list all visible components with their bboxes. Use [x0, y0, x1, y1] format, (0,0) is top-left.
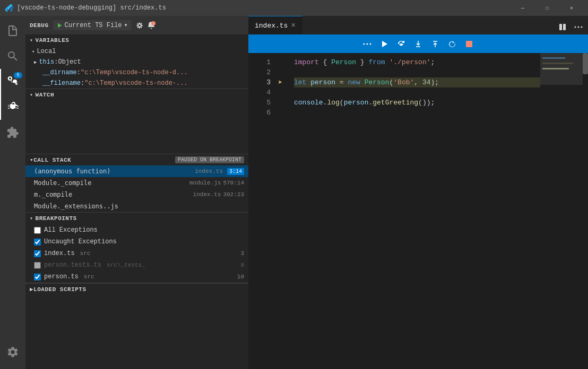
editor-tab-index-ts[interactable]: index.ts × — [248, 16, 302, 34]
ls-chevron: ▶ — [30, 286, 33, 293]
more-actions-button[interactable] — [571, 20, 586, 34]
code-area: 1 2 3 4 5 6 ➤ — [248, 53, 588, 369]
bp-label-index: index.ts — [44, 250, 75, 257]
paused-label: PAUSED ON BREAKPOINT — [175, 156, 244, 163]
svg-point-3 — [575, 27, 576, 28]
bp-count-person-ts: 10 — [237, 274, 244, 280]
call-stack-chevron: ▾ — [30, 156, 33, 163]
bp-checkbox-person-tests[interactable] — [34, 262, 41, 269]
bp-count-index: 3 — [240, 250, 244, 257]
gutter-4 — [275, 87, 286, 98]
breakpoints-panel: ▾ BREAKPOINTS All Exceptions Uncaught Ex… — [25, 212, 248, 283]
variables-chevron: ▾ — [30, 37, 33, 43]
scm-badge: 5 — [14, 72, 22, 78]
app-icon — [4, 3, 14, 13]
watch-header[interactable]: ▾ WATCH — [25, 89, 248, 101]
debug-restart-button[interactable] — [445, 37, 460, 51]
gutter-6 — [275, 108, 286, 118]
bp-checkbox-person-ts[interactable] — [34, 274, 41, 280]
line-num-5: 5 — [248, 98, 271, 108]
split-editor-button[interactable] — [555, 20, 570, 34]
right-scrollbar[interactable] — [583, 53, 588, 369]
debug-continue-button[interactable] — [377, 37, 392, 51]
line-num-6: 6 — [248, 108, 271, 118]
watch-empty — [25, 101, 248, 154]
bp-label-person-tests: person.tests.ts — [44, 261, 101, 269]
bp-label-person-ts: person.ts — [44, 273, 79, 280]
code-line-4 — [294, 87, 540, 98]
run-icon — [56, 22, 63, 29]
variables-title: VARIABLES — [36, 37, 70, 43]
watch-chevron: ▾ — [30, 92, 33, 98]
debug-toolbar: DEBUG Current TS File ▾ — [25, 16, 248, 34]
breakpoint-index-ts[interactable]: index.ts src 3 — [25, 248, 248, 259]
call-stack-item-1[interactable]: Module._compile module.js 570:14 — [25, 177, 248, 189]
activity-extensions[interactable] — [0, 120, 25, 145]
debug-step-over-button[interactable] — [394, 37, 409, 51]
maximize-button[interactable]: ☐ — [535, 0, 559, 16]
variable-this[interactable]: ▶ this : Object — [25, 57, 248, 67]
breakpoints-title: BREAKPOINTS — [36, 215, 77, 222]
variables-header[interactable]: ▾ VARIABLES — [25, 34, 248, 46]
activity-search[interactable] — [0, 43, 25, 69]
loaded-scripts-header[interactable]: ▶ LOADED SCRIPTS — [25, 283, 248, 295]
breakpoint-all-exceptions[interactable]: All Exceptions — [25, 224, 248, 236]
debug-step-out-button[interactable] — [428, 37, 443, 51]
svg-point-6 — [364, 43, 365, 45]
close-button[interactable]: ✕ — [559, 0, 584, 16]
code-line-2 — [294, 67, 540, 77]
chevron-down-icon: ▾ — [124, 21, 128, 29]
svg-rect-10 — [466, 41, 472, 47]
code-line-1: import { Person } from './person'; — [294, 57, 540, 67]
call-stack-item-2[interactable]: m._compile index.ts 392:23 — [25, 189, 248, 200]
activity-settings[interactable] — [0, 339, 25, 365]
bp-checkbox-index[interactable] — [34, 250, 41, 257]
breakpoint-person-tests[interactable]: person.tests.ts src\_tests_ 8 — [25, 259, 248, 271]
bp-checkbox-all[interactable] — [34, 227, 41, 234]
breakpoint-person-ts[interactable]: person.ts src 10 — [25, 271, 248, 283]
tab-close-icon[interactable]: × — [291, 21, 295, 30]
local-scope-header[interactable]: ▾ Local — [25, 46, 248, 57]
bp-checkbox-uncaught[interactable] — [34, 239, 41, 245]
scrollbar-thumb[interactable] — [583, 53, 588, 74]
sidebar: DEBUG Current TS File ▾ ▾ VARIABLES — [25, 16, 248, 369]
call-stack-header[interactable]: ▾ CALL STACK PAUSED ON BREAKPOINT — [25, 154, 248, 165]
variable-dirname[interactable]: __dirname : "c:\Temp\vscode-ts-node-d... — [25, 67, 248, 78]
svg-marker-9 — [382, 41, 387, 47]
debug-stop-button[interactable] — [462, 37, 477, 51]
gutter-2 — [275, 67, 286, 77]
call-stack-panel: ▾ CALL STACK PAUSED ON BREAKPOINT (anony… — [25, 154, 248, 212]
debug-step-into-button[interactable] — [411, 37, 426, 51]
svg-point-4 — [578, 27, 580, 28]
call-stack-item-3[interactable]: Module._extensions..js — [25, 200, 248, 212]
debug-config-name: Current TS File — [65, 22, 122, 29]
call-stack-item-0[interactable]: (anonymous function) index.ts 3:14 — [25, 165, 248, 177]
debug-arrow-icon: ➤ — [278, 78, 282, 87]
local-scope-label: Local — [37, 48, 56, 55]
breakpoint-uncaught[interactable]: Uncaught Exceptions — [25, 236, 248, 248]
line-num-4: 4 — [248, 87, 271, 98]
svg-point-8 — [370, 43, 371, 45]
breakpoints-header[interactable]: ▾ BREAKPOINTS — [25, 213, 248, 224]
svg-rect-1 — [559, 24, 562, 30]
title-bar: [vscode-ts-node-debugging] src/index.ts … — [0, 0, 588, 16]
notification-dot — [151, 21, 155, 25]
sidebar-content: ▾ VARIABLES ▾ Local ▶ this : Object __di… — [25, 34, 248, 369]
debug-notification-button[interactable] — [147, 21, 155, 30]
debug-config-selector[interactable]: Current TS File ▾ — [53, 20, 131, 30]
bp-src-person-ts: src — [84, 274, 94, 280]
debug-menu-button[interactable] — [360, 37, 375, 51]
expand-icon: ▶ — [34, 59, 37, 65]
activity-scm[interactable]: 5 — [0, 69, 25, 94]
debug-controls-bar — [248, 34, 588, 53]
loaded-scripts-title: LOADED SCRIPTS — [33, 286, 86, 293]
activity-debug[interactable] — [0, 94, 25, 120]
activity-explorer[interactable] — [0, 18, 25, 43]
activity-bottom — [0, 339, 25, 369]
variable-filename[interactable]: __filename : "c:\Temp\vscode-ts-node-... — [25, 78, 248, 89]
code-content[interactable]: import { Person } from './person'; let p… — [286, 53, 540, 369]
minimize-button[interactable]: — — [511, 0, 535, 16]
debug-settings-button[interactable] — [135, 21, 144, 30]
gutter-1 — [275, 57, 286, 67]
editor-area: index.ts × — [248, 16, 588, 369]
